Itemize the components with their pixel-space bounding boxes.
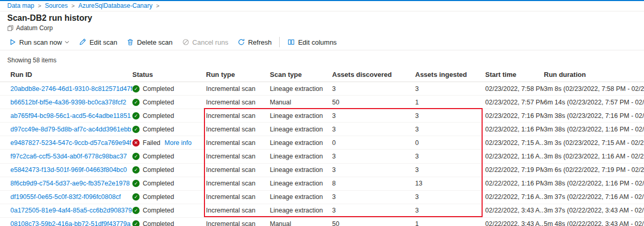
run-id-link[interactable]: 8f6cb9d9-c754-5d37-ae9c-fb357e2e1978 (10, 180, 130, 187)
toolbar-button-label: Edit scan (89, 38, 117, 46)
run-duration-cell: 3m 8s (02/23/2022, 7:58 PM - 02/23/2022,… (544, 85, 644, 92)
column-header[interactable]: Run ID (10, 71, 132, 78)
run-id-link[interactable]: 0a172505-81e9-4af4-85a5-cc6b2d908379 (10, 207, 132, 214)
run-id-cell: df19055f-0e65-5c0f-83f2-f096fc0808cf (10, 193, 132, 201)
column-header[interactable]: Run duration (544, 71, 644, 78)
table-row: 0a172505-81e9-4af4-85a5-cc6b2d908379✓Com… (0, 204, 644, 218)
start-time-cell: 02/22/2022, 7:16 A... (485, 193, 544, 201)
status-label: Completed (143, 166, 174, 174)
assets-ingested-cell: 3 (415, 126, 485, 133)
table-row: f97c2ca6-ccf5-53d4-ab0f-6778c98bac37✓Com… (0, 150, 644, 163)
breadcrumb-link[interactable]: Sources (45, 2, 67, 9)
run-id-cell: f97c2ca6-ccf5-53d4-ab0f-6778c98bac37 (10, 153, 132, 160)
assets-discovered-cell: 3 (332, 207, 415, 214)
run-id-link[interactable]: 20abdb8e-2746-46d1-9310-8c812571d47f (10, 85, 132, 92)
start-time-cell: 02/23/2022, 7:58 PM (485, 85, 544, 92)
run-type-cell: Incremental scan (206, 139, 270, 147)
run-id-link[interactable]: ab765f94-bc98-56c1-acd5-6c4adbe11851 (10, 112, 131, 119)
delete-scan-button[interactable]: Delete scan (122, 36, 177, 48)
start-time-cell: 02/23/2022, 1:16 PM (485, 126, 544, 133)
status-label: Completed (143, 193, 174, 201)
assets-ingested-cell: 3 (415, 193, 485, 201)
run-scan-now-button[interactable]: Run scan now (4, 36, 74, 48)
run-type-cell: Incremental scan (206, 153, 270, 160)
status-cell: ✓Completed (132, 126, 206, 133)
run-id-link[interactable]: e5842473-f13d-501f-969f-04663f804bc0 (10, 166, 127, 174)
scan-type-cell: Lineage extraction (270, 166, 332, 174)
assets-ingested-cell: 0 (415, 139, 485, 147)
scan-run-history-page: Data map>Sources>AzureSqlDatabase-Canary… (0, 0, 644, 226)
collection-icon (7, 25, 13, 31)
table-body: 20abdb8e-2746-46d1-9310-8c812571d47f✓Com… (0, 82, 644, 226)
edit-scan-button[interactable]: Edit scan (74, 36, 121, 48)
run-type-cell: Incremental scan (206, 180, 270, 187)
table-row: d97cc49e-8d79-5d8b-af7c-ac4dd3961ebb✓Com… (0, 123, 644, 136)
status-success-icon: ✓ (132, 193, 140, 201)
run-id-link[interactable]: 08108c73-59b2-416a-bb72-51df9f43779a (10, 220, 130, 226)
toolbar-button-label: Cancel runs (193, 38, 228, 46)
assets-discovered-cell: 3 (332, 153, 415, 160)
breadcrumb-link[interactable]: Data map (7, 2, 34, 9)
column-header[interactable]: Start time (485, 71, 544, 78)
chevron-right-icon: > (156, 3, 159, 9)
table-row: df19055f-0e65-5c0f-83f2-f096fc0808cf✓Com… (0, 191, 644, 204)
start-time-cell: 02/23/2022, 7:57 PM (485, 99, 544, 106)
more-info-link[interactable]: More info (165, 139, 191, 147)
column-header[interactable]: Assets ingested (415, 71, 485, 78)
column-header[interactable]: Status (132, 71, 206, 78)
status-success-icon: ✓ (132, 220, 140, 226)
scan-type-cell: Lineage extraction (270, 126, 332, 133)
status-label: Completed (143, 207, 174, 214)
start-time-cell: 02/22/2022, 3:43 A... (485, 207, 544, 214)
status-label: Completed (143, 85, 174, 92)
run-duration-cell: 3m 3s (02/23/2022, 7:15 AM - 02/23/2022,… (544, 139, 644, 147)
status-cell: ✓Completed (132, 85, 206, 92)
status-label: Completed (143, 126, 174, 133)
run-id-link[interactable]: e9487827-5234-547c-9ccb-d57ca769e94f (10, 139, 131, 147)
status-cell: ✓Completed (132, 207, 206, 214)
status-cell: ✓Completed (132, 153, 206, 160)
run-id-cell: e5842473-f13d-501f-969f-04663f804bc0 (10, 166, 132, 174)
run-id-cell: ab765f94-bc98-56c1-acd5-6c4adbe11851 (10, 112, 132, 119)
run-id-link[interactable]: b66512bf-bf5e-4a36-9398-bc0ca378fcf2 (10, 99, 126, 106)
start-time-cell: 02/22/2022, 1:16 PM (485, 180, 544, 187)
run-type-cell: Incremental scan (206, 85, 270, 92)
assets-ingested-cell: 3 (415, 207, 485, 214)
scan-type-cell: Lineage extraction (270, 112, 332, 119)
status-cell: ✓Completed (132, 99, 206, 106)
status-label: Completed (143, 112, 174, 119)
column-header[interactable]: Scan type (270, 71, 332, 78)
status-cell: ✓Completed (132, 112, 206, 119)
run-id-link[interactable]: d97cc49e-8d79-5d8b-af7c-ac4dd3961ebb (10, 126, 131, 133)
status-label: Completed (143, 180, 174, 187)
status-cell: ✓Completed (132, 220, 206, 226)
run-id-cell: e9487827-5234-547c-9ccb-d57ca769e94f (10, 139, 132, 147)
start-time-cell: 02/23/2022, 1:16 A... (485, 153, 544, 160)
assets-ingested-cell: 13 (415, 180, 485, 187)
scan-type-cell: Lineage extraction (270, 85, 332, 92)
pencil-icon (79, 38, 86, 46)
table-row: e5842473-f13d-501f-969f-04663f804bc0✓Com… (0, 164, 644, 177)
page-header: Scan-DB2 run history Adatum Corp (0, 11, 644, 32)
start-time-cell: 02/23/2022, 7:16 PM (485, 112, 544, 119)
column-header[interactable]: Assets discovered (332, 71, 415, 78)
run-duration-cell: 3m 38s (02/23/2022, 1:16 PM - 02/23/2022 (544, 126, 644, 133)
collection-row: Adatum Corp (7, 24, 637, 32)
run-id-cell: 08108c73-59b2-416a-bb72-51df9f43779a (10, 220, 132, 226)
page-title: Scan-DB2 run history (7, 14, 637, 23)
chevron-down-icon (64, 39, 70, 45)
trash-icon (127, 38, 134, 46)
refresh-icon (238, 38, 245, 46)
run-duration-cell: 3m 38s (02/23/2022, 7:16 PM - 02/23/2022 (544, 112, 644, 119)
run-id-link[interactable]: df19055f-0e65-5c0f-83f2-f096fc0808cf (10, 193, 121, 201)
refresh-button[interactable]: Refresh (233, 36, 277, 48)
edit-columns-button[interactable]: Edit columns (283, 36, 341, 48)
assets-ingested-cell: 1 (415, 220, 485, 226)
start-time-cell: 02/23/2022, 7:15 A... (485, 139, 544, 147)
column-header[interactable]: Run type (206, 71, 270, 78)
columns-icon (287, 38, 295, 46)
status-cell: ✕FailedMore info (132, 139, 206, 147)
status-success-icon: ✓ (132, 126, 140, 133)
breadcrumb-link[interactable]: AzureSqlDatabase-Canary (78, 2, 153, 9)
run-id-link[interactable]: f97c2ca6-ccf5-53d4-ab0f-6778c98bac37 (10, 153, 127, 160)
